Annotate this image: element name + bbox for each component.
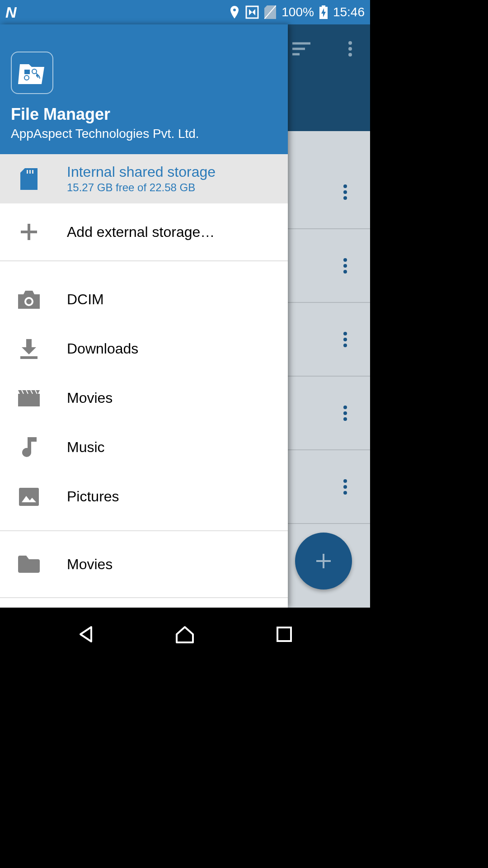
back-button[interactable] [59,621,113,648]
status-icons: 100% 15:46 [229,5,365,19]
app-subtitle: AppAspect Technologies Pvt. Ltd. [11,127,277,141]
add-fab-button[interactable] [295,533,352,590]
folder-icon [18,553,40,575]
svg-point-17 [343,479,347,483]
svg-point-4 [348,53,352,57]
svg-rect-24 [29,170,31,174]
image-icon [18,486,40,508]
drawer-item-dcim[interactable]: DCIM [0,275,288,324]
drawer-item-downloads[interactable]: Downloads [0,324,288,373]
drawer-item-pictures[interactable]: Pictures [0,472,288,521]
svg-rect-28 [18,394,40,406]
sort-button[interactable] [291,38,312,60]
item-more-button[interactable] [334,328,357,351]
location-icon [229,6,240,19]
svg-point-14 [343,406,347,409]
svg-point-6 [343,190,347,194]
drawer-item-label: Pictures [67,488,119,505]
svg-point-15 [343,411,347,415]
music-note-icon [18,437,40,458]
drawer-item-movies[interactable]: Movies [0,373,288,423]
svg-rect-29 [19,488,39,506]
drawer-item-label: Music [67,439,105,456]
recent-apps-button[interactable] [257,621,311,648]
sim-icon [264,5,276,19]
app-icon [11,52,53,94]
status-bar: N 100% 15:46 [0,0,370,24]
drawer-header: File Manager AppAspect Technologies Pvt.… [0,24,288,154]
item-more-button[interactable] [334,181,357,203]
drawer-item-label: Add external storage… [67,224,215,241]
svg-point-10 [343,270,347,274]
item-more-button[interactable] [334,255,357,277]
svg-point-18 [343,485,347,489]
svg-point-19 [343,491,347,495]
battery-charging-icon [319,5,328,19]
svg-point-11 [343,332,347,335]
movie-icon [18,387,40,409]
svg-point-3 [348,47,352,51]
plus-icon [314,552,333,570]
svg-point-9 [343,264,347,268]
svg-rect-23 [27,170,28,174]
svg-point-2 [348,41,352,45]
drawer-item-folder-movies[interactable]: Movies [0,530,288,597]
drawer-item-label: Internal shared storage [67,164,216,180]
item-more-button[interactable] [334,402,357,425]
svg-rect-20 [24,70,30,74]
svg-point-7 [343,196,347,200]
clock-time: 15:46 [333,5,365,19]
android-n-icon: N [5,4,17,21]
nfc-icon [245,5,259,19]
plus-icon [18,221,40,243]
overflow-menu-button[interactable] [339,38,361,60]
sd-card-icon [18,168,40,190]
drawer-item-sublabel: 15.27 GB free of 22.58 GB [67,181,216,194]
svg-rect-27 [20,356,38,359]
drawer-item-add-external[interactable]: Add external storage… [0,203,288,261]
android-nav-bar [0,608,370,660]
drawer-item-internal-storage[interactable]: Internal shared storage 15.27 GB free of… [0,154,288,203]
battery-percent: 100% [282,5,314,19]
download-icon [18,338,40,360]
navigation-drawer: File Manager AppAspect Technologies Pvt.… [0,24,288,608]
app-title: File Manager [11,105,277,124]
home-button[interactable] [158,621,212,648]
drawer-item-label: Downloads [67,340,138,357]
svg-rect-30 [277,627,291,641]
svg-point-8 [343,258,347,262]
camera-icon [18,289,40,311]
drawer-item-label: Movies [67,556,113,573]
svg-point-13 [343,344,347,347]
svg-point-12 [343,338,347,341]
drawer-item-label: Movies [67,390,113,406]
item-more-button[interactable] [334,476,357,498]
drawer-item-music[interactable]: Music [0,423,288,472]
drawer-item-label: DCIM [67,291,104,308]
svg-point-5 [343,184,347,188]
svg-point-16 [343,417,347,421]
svg-rect-25 [32,170,33,174]
